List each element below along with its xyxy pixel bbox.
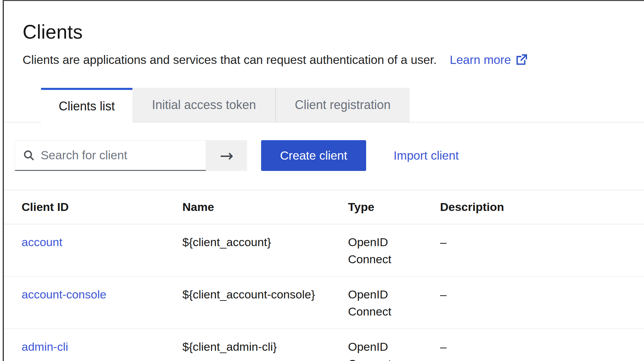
client-id-link[interactable]: admin-cli	[22, 340, 68, 353]
search-submit-button[interactable]: →	[206, 140, 247, 171]
column-header-name: Name	[182, 200, 348, 214]
page-title: Clients	[23, 21, 644, 43]
arrow-right-icon: →	[220, 147, 233, 164]
clients-table: Client ID Name Type Description account …	[4, 190, 644, 361]
page-subtitle-row: Clients are applications and services th…	[23, 53, 644, 67]
column-header-description: Description	[440, 200, 644, 214]
clients-page: Clients Clients are applications and ser…	[3, 0, 644, 361]
client-type: OpenID Connect	[348, 233, 404, 268]
search-input[interactable]	[15, 141, 206, 170]
tabs-bar: Clients list Initial access token Client…	[4, 88, 644, 122]
client-description: –	[440, 338, 644, 355]
toolbar: → Create client Import client	[4, 140, 644, 171]
external-link-icon	[515, 53, 528, 66]
table-row: account-console ${client_account-console…	[4, 277, 644, 329]
client-type: OpenID Connect	[348, 338, 404, 361]
client-id-link[interactable]: account	[22, 236, 62, 249]
create-client-label: Create client	[280, 149, 347, 162]
tab-initial-access-token-label: Initial access token	[152, 98, 256, 112]
client-description: –	[440, 233, 644, 251]
search-group: →	[15, 140, 247, 171]
tab-clients-list[interactable]: Clients list	[41, 88, 132, 123]
client-name: ${client_account-console}	[182, 286, 348, 303]
tab-clients-list-label: Clients list	[59, 99, 115, 113]
column-header-client-id: Client ID	[22, 200, 182, 214]
tab-initial-access-token[interactable]: Initial access token	[132, 88, 275, 122]
import-client-link[interactable]: Import client	[394, 149, 459, 162]
client-description: –	[440, 286, 644, 303]
create-client-button[interactable]: Create client	[261, 140, 366, 171]
table-header-row: Client ID Name Type Description	[4, 190, 644, 224]
client-type: OpenID Connect	[348, 286, 404, 320]
page-header: Clients Clients are applications and ser…	[4, 1, 644, 67]
client-name: ${client_account}	[182, 233, 348, 251]
client-name: ${client_admin-cli}	[182, 338, 348, 355]
column-header-type: Type	[348, 200, 440, 214]
learn-more-label: Learn more	[450, 53, 511, 67]
table-row: admin-cli ${client_admin-cli} OpenID Con…	[4, 329, 644, 361]
table-row: account ${client_account} OpenID Connect…	[4, 224, 644, 277]
search-box	[15, 140, 206, 171]
tab-client-registration[interactable]: Client registration	[275, 88, 410, 122]
page-subtitle: Clients are applications and services th…	[23, 53, 437, 67]
tab-client-registration-label: Client registration	[295, 98, 390, 112]
learn-more-link[interactable]: Learn more	[450, 53, 528, 67]
client-id-link[interactable]: account-console	[22, 288, 106, 301]
